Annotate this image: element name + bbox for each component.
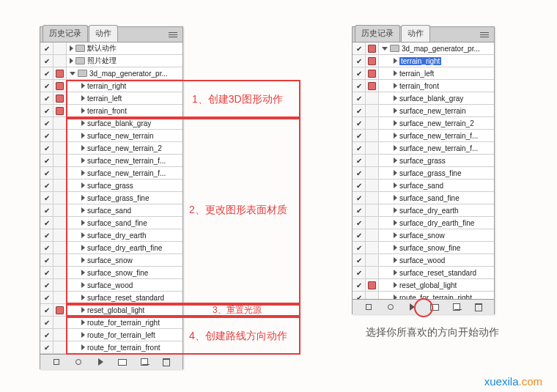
visibility-toggle[interactable]: ✔	[353, 180, 366, 191]
visibility-toggle[interactable]: ✔	[353, 242, 366, 254]
chevron-right-icon[interactable]	[81, 207, 85, 213]
visibility-toggle[interactable]: ✔	[40, 92, 54, 104]
chevron-right-icon[interactable]	[81, 319, 85, 325]
chevron-right-icon[interactable]	[394, 95, 397, 101]
visibility-toggle[interactable]: ✔	[40, 117, 54, 129]
visibility-toggle[interactable]: ✔	[353, 279, 366, 291]
dialog-toggle[interactable]	[54, 279, 67, 291]
dialog-toggle[interactable]	[366, 67, 379, 79]
dialog-toggle[interactable]	[54, 217, 67, 229]
chevron-down-icon[interactable]	[382, 47, 388, 51]
dialog-toggle[interactable]	[54, 92, 67, 104]
chevron-right-icon[interactable]	[81, 170, 85, 176]
visibility-toggle[interactable]: ✔	[353, 105, 366, 117]
dialog-toggle[interactable]	[366, 279, 379, 291]
dialog-toggle[interactable]	[54, 204, 67, 216]
chevron-right-icon[interactable]	[81, 270, 85, 275]
visibility-toggle[interactable]: ✔	[353, 292, 366, 299]
tab-history[interactable]: 历史记录	[355, 25, 400, 42]
action-row[interactable]: ✔surface_snow_fine	[353, 242, 494, 254]
visibility-toggle[interactable]: ✔	[353, 80, 366, 92]
visibility-toggle[interactable]: ✔	[40, 341, 54, 353]
action-row[interactable]: ✔surface_sand_fine	[353, 192, 494, 204]
chevron-right-icon[interactable]	[394, 220, 397, 226]
action-row[interactable]: ✔route_for_terrain_left	[40, 329, 182, 341]
action-row[interactable]: ✔surface_dry_earth	[40, 229, 182, 242]
dialog-toggle[interactable]	[54, 329, 67, 341]
action-row[interactable]: ✔照片处理	[40, 55, 182, 67]
dialog-toggle[interactable]	[54, 105, 67, 117]
action-row[interactable]: ✔surface_new_terrain_f...	[353, 130, 494, 142]
new-set-button[interactable]	[117, 356, 128, 368]
dialog-toggle[interactable]	[366, 142, 379, 154]
chevron-right-icon[interactable]	[394, 207, 397, 213]
tab-history[interactable]: 历史记录	[43, 25, 88, 42]
action-row[interactable]: ✔terrain_right	[40, 80, 182, 92]
action-row[interactable]: ✔reset_global_light	[40, 304, 182, 317]
dialog-toggle[interactable]	[54, 67, 67, 79]
action-row[interactable]: ✔3d_map_generator_pr...	[353, 42, 494, 55]
visibility-toggle[interactable]: ✔	[353, 254, 366, 266]
dialog-toggle[interactable]	[366, 204, 379, 216]
chevron-right-icon[interactable]	[81, 182, 85, 188]
chevron-right-icon[interactable]	[81, 257, 85, 263]
chevron-right-icon[interactable]	[81, 332, 85, 338]
dialog-toggle[interactable]	[366, 254, 379, 266]
action-row[interactable]: ✔surface_grass_fine	[353, 167, 494, 180]
dialog-toggle[interactable]	[54, 242, 67, 254]
visibility-toggle[interactable]: ✔	[353, 167, 366, 179]
action-row[interactable]: ✔terrain_front	[353, 80, 494, 92]
dialog-toggle[interactable]	[54, 80, 67, 92]
action-row[interactable]: ✔surface_new_terrain	[353, 105, 494, 117]
visibility-toggle[interactable]: ✔	[40, 292, 54, 303]
chevron-right-icon[interactable]	[81, 108, 85, 114]
visibility-toggle[interactable]: ✔	[40, 317, 54, 328]
visibility-toggle[interactable]: ✔	[353, 142, 366, 154]
chevron-right-icon[interactable]	[394, 133, 397, 138]
chevron-right-icon[interactable]	[81, 245, 85, 251]
stop-button[interactable]	[363, 301, 375, 313]
chevron-right-icon[interactable]	[81, 282, 85, 288]
visibility-toggle[interactable]: ✔	[353, 217, 366, 229]
visibility-toggle[interactable]: ✔	[353, 267, 366, 278]
chevron-right-icon[interactable]	[394, 145, 397, 151]
chevron-right-icon[interactable]	[394, 182, 397, 188]
chevron-right-icon[interactable]	[394, 58, 397, 64]
chevron-right-icon[interactable]	[394, 120, 397, 126]
visibility-toggle[interactable]: ✔	[40, 42, 54, 54]
action-row[interactable]: ✔surface_dry_earth_fine	[40, 242, 182, 254]
dialog-toggle[interactable]	[366, 229, 379, 241]
visibility-toggle[interactable]: ✔	[40, 80, 54, 92]
new-set-button[interactable]	[429, 301, 440, 313]
play-button[interactable]	[95, 356, 106, 368]
chevron-right-icon[interactable]	[81, 344, 85, 350]
chevron-down-icon[interactable]	[70, 72, 75, 75]
dialog-toggle[interactable]	[54, 317, 67, 328]
action-row[interactable]: ✔surface_snow_fine	[40, 267, 182, 279]
delete-button[interactable]	[473, 301, 484, 313]
visibility-toggle[interactable]: ✔	[40, 55, 54, 67]
play-button[interactable]	[407, 301, 418, 313]
chevron-right-icon[interactable]	[70, 58, 73, 64]
chevron-right-icon[interactable]	[394, 70, 397, 76]
panel-menu-icon[interactable]	[166, 29, 180, 40]
action-row[interactable]: ✔surface_snow	[353, 229, 494, 242]
dialog-toggle[interactable]	[366, 155, 379, 166]
action-row[interactable]: ✔surface_blank_gray	[353, 92, 494, 105]
panel-menu-icon[interactable]	[477, 29, 492, 40]
action-row[interactable]: ✔surface_wood	[353, 254, 494, 267]
visibility-toggle[interactable]: ✔	[353, 42, 366, 54]
chevron-right-icon[interactable]	[81, 220, 85, 226]
chevron-right-icon[interactable]	[394, 195, 397, 201]
action-row[interactable]: ✔surface_new_terrain_f...	[353, 142, 494, 155]
dialog-toggle[interactable]	[54, 180, 67, 191]
visibility-toggle[interactable]: ✔	[40, 192, 54, 204]
action-row[interactable]: ✔surface_new_terrain	[40, 130, 182, 142]
action-row[interactable]: ✔reset_global_light	[353, 279, 494, 292]
record-button[interactable]	[385, 301, 396, 313]
action-row[interactable]: ✔surface_reset_standard	[40, 292, 182, 304]
chevron-right-icon[interactable]	[81, 83, 85, 89]
dialog-toggle[interactable]	[366, 55, 379, 67]
delete-button[interactable]	[161, 356, 172, 368]
action-row[interactable]: ✔surface_new_terrain_f...	[40, 155, 182, 167]
